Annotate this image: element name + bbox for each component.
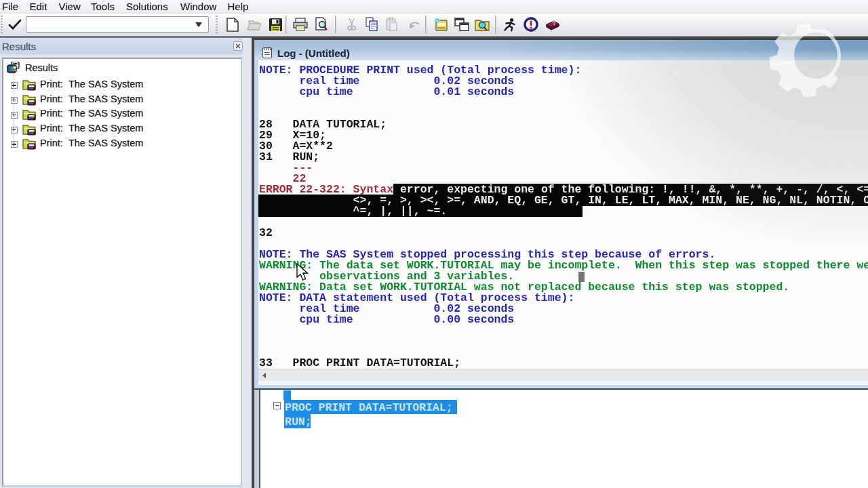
svg-text:?: ? xyxy=(551,20,556,27)
